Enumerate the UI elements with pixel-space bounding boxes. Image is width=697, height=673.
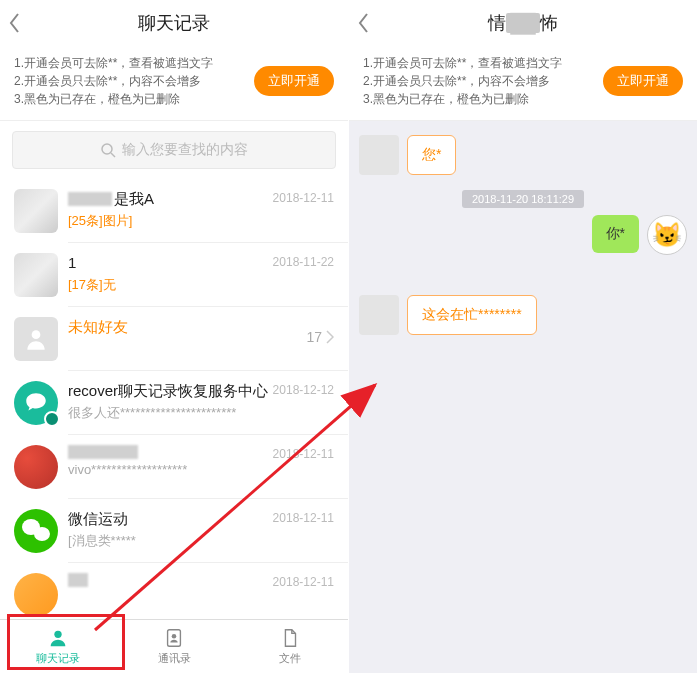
file-icon bbox=[279, 627, 301, 649]
tab-bar: 聊天记录 通讯录 文件 bbox=[0, 619, 348, 673]
search-input[interactable]: 输入您要查找的内容 bbox=[12, 131, 336, 169]
avatar bbox=[14, 573, 58, 617]
notice-text: 1.开通会员可去除**，查看被遮挡文字 2.开通会员只去除**，内容不会增多 3… bbox=[14, 54, 254, 108]
date-label: 2018-12-11 bbox=[273, 575, 334, 589]
person-icon bbox=[23, 326, 49, 352]
disclosure: 17 bbox=[306, 329, 334, 345]
chat-body: 您* 2018-11-20 18:11:29 你* 这会在忙******** bbox=[349, 121, 697, 349]
avatar bbox=[359, 295, 399, 335]
list-item[interactable]: 是我A [25条]图片] 2018-12-11 bbox=[0, 179, 348, 243]
contacts-icon bbox=[163, 627, 185, 649]
message-preview: [17条]无 bbox=[68, 276, 334, 294]
notice-banner: 1.开通会员可去除**，查看被遮挡文字 2.开通会员只去除**，内容不会增多 3… bbox=[0, 46, 348, 121]
open-vip-button[interactable]: 立即开通 bbox=[254, 66, 334, 96]
tab-files[interactable]: 文件 bbox=[232, 620, 348, 673]
list-item[interactable]: 1 [17条]无 2018-11-22 bbox=[0, 243, 348, 307]
date-label: 2018-12-11 bbox=[273, 191, 334, 205]
message-incoming: 您* bbox=[359, 135, 687, 175]
message-bubble: 你* bbox=[592, 215, 639, 253]
svg-line-1 bbox=[111, 153, 115, 157]
svg-point-2 bbox=[32, 330, 41, 339]
person-icon bbox=[47, 627, 69, 649]
conversation-list: 是我A [25条]图片] 2018-12-11 1 [17条]无 2018-11… bbox=[0, 179, 348, 627]
timestamp: 2018-11-20 18:11:29 bbox=[359, 189, 687, 207]
header: 聊天记录 bbox=[0, 0, 348, 46]
avatar-sticker bbox=[647, 215, 687, 255]
message-bubble: 这会在忙******** bbox=[407, 295, 537, 335]
avatar bbox=[14, 509, 58, 553]
avatar bbox=[14, 189, 58, 233]
list-item[interactable]: vivo******************* 2018-12-11 bbox=[0, 435, 348, 499]
svg-point-0 bbox=[102, 144, 112, 154]
search-icon bbox=[100, 142, 116, 158]
date-label: 2018-12-11 bbox=[273, 511, 334, 525]
back-button[interactable] bbox=[357, 12, 369, 34]
avatar bbox=[14, 253, 58, 297]
chat-bubble-icon bbox=[23, 390, 49, 416]
avatar bbox=[14, 445, 58, 489]
notice-text: 1.开通会员可去除**，查看被遮挡文字 2.开通会员只去除**，内容不会增多 3… bbox=[363, 54, 603, 108]
page-title: 情██怖 bbox=[488, 11, 558, 35]
chevron-right-icon bbox=[326, 330, 334, 344]
svg-point-3 bbox=[54, 631, 61, 638]
date-label: 2018-12-12 bbox=[273, 383, 334, 397]
date-label: 2018-11-22 bbox=[273, 255, 334, 269]
open-vip-button[interactable]: 立即开通 bbox=[603, 66, 683, 96]
avatar bbox=[359, 135, 399, 175]
contact-name: 未知好友 bbox=[68, 317, 334, 337]
chat-list-screen: 聊天记录 1.开通会员可去除**，查看被遮挡文字 2.开通会员只去除**，内容不… bbox=[0, 0, 348, 673]
list-item[interactable]: 2018-12-11 bbox=[0, 563, 348, 627]
notice-banner: 1.开通会员可去除**，查看被遮挡文字 2.开通会员只去除**，内容不会增多 3… bbox=[349, 46, 697, 121]
avatar bbox=[14, 317, 58, 361]
message-bubble: 您* bbox=[407, 135, 456, 175]
message-preview: vivo******************* bbox=[68, 462, 334, 477]
header: 情██怖 bbox=[349, 0, 697, 46]
list-item[interactable]: 微信运动 [消息类***** 2018-12-11 bbox=[0, 499, 348, 563]
message-outgoing: 你* bbox=[359, 215, 687, 255]
list-item[interactable]: recover聊天记录恢复服务中心 很多人还******************… bbox=[0, 371, 348, 435]
avatar bbox=[14, 381, 58, 425]
tab-contacts[interactable]: 通讯录 bbox=[116, 620, 232, 673]
page-title: 聊天记录 bbox=[138, 11, 210, 35]
message-preview: [25条]图片] bbox=[68, 212, 334, 230]
message-preview: 很多人还*********************** bbox=[68, 404, 334, 422]
chat-detail-screen: 情██怖 1.开通会员可去除**，查看被遮挡文字 2.开通会员只去除**，内容不… bbox=[349, 0, 697, 673]
date-label: 2018-12-11 bbox=[273, 447, 334, 461]
back-button[interactable] bbox=[8, 12, 20, 34]
tab-chats[interactable]: 聊天记录 bbox=[0, 620, 116, 673]
svg-point-5 bbox=[172, 634, 177, 639]
message-incoming: 这会在忙******** bbox=[359, 295, 687, 335]
list-item[interactable]: 未知好友 17 bbox=[0, 307, 348, 371]
message-preview: [消息类***** bbox=[68, 532, 334, 550]
